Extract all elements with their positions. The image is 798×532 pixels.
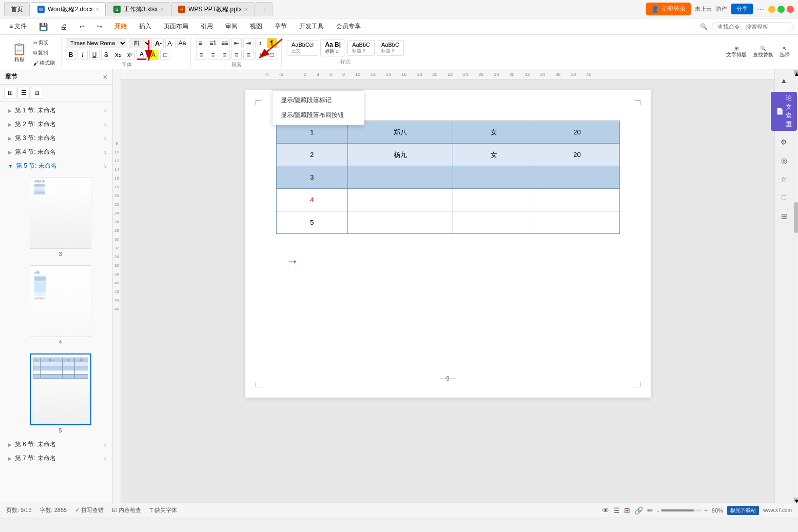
right-panel-btn-5[interactable]: □: [777, 190, 791, 205]
sidebar-nav-grid[interactable]: ⊟: [31, 87, 43, 99]
text-border-button[interactable]: □: [160, 50, 170, 60]
justify-button[interactable]: ≡: [231, 50, 242, 60]
tab-ppt[interactable]: P WPS PPT教程.pptx ×: [171, 2, 255, 16]
view-mode-btn-2[interactable]: ☰: [613, 506, 620, 515]
style-normal[interactable]: AaBbCcI 正文: [287, 40, 318, 56]
view-mode-btn-5[interactable]: ✏: [647, 506, 653, 515]
menu-view[interactable]: 视图: [245, 20, 267, 33]
sort-button[interactable]: ↕: [255, 38, 265, 48]
sidebar-nav-back[interactable]: ⊞: [4, 87, 16, 99]
ppt-tab-close[interactable]: ×: [245, 7, 248, 12]
content-check-status[interactable]: ☑ 内容检查: [112, 506, 141, 514]
maximize-button[interactable]: [777, 6, 785, 13]
menu-reference[interactable]: 引用: [196, 20, 218, 33]
word-tab-close[interactable]: ×: [96, 7, 99, 12]
show-para-marks-item[interactable]: 显示/隐藏段落标记: [273, 93, 364, 108]
font-missing-status[interactable]: T 缺失字体: [149, 506, 177, 514]
view-mode-btn-3[interactable]: ⊞: [624, 506, 630, 515]
menu-print-icon[interactable]: 🖨: [55, 21, 72, 33]
menu-dev[interactable]: 开发工具: [294, 20, 329, 33]
subscript-button[interactable]: x₂: [113, 50, 123, 60]
cell-3-1[interactable]: 3: [276, 166, 348, 189]
number-list-button[interactable]: ≡1: [208, 38, 218, 48]
chapter-5[interactable]: ▼ 第 5 节: 未命名 ∨: [0, 159, 112, 173]
italic-button[interactable]: I: [77, 50, 88, 60]
cell-1-4[interactable]: 20: [535, 121, 619, 144]
borders-button[interactable]: □: [267, 50, 277, 60]
document-table[interactable]: 1 郑八 女 20 2 杨九 女 20: [276, 121, 620, 234]
zoom-out-button[interactable]: -: [657, 507, 659, 514]
format-painter-button[interactable]: 🖌 格式刷: [31, 58, 57, 68]
select-button[interactable]: ↖ 选择: [777, 45, 792, 60]
view-mode-btn-4[interactable]: 🔗: [634, 506, 643, 515]
font-size-down-button[interactable]: A-: [165, 38, 176, 48]
menu-member[interactable]: 会员专享: [331, 20, 366, 33]
cell-5-4[interactable]: [535, 211, 619, 234]
text-format-button[interactable]: ⊞ 文字排版: [724, 45, 749, 60]
cell-2-4[interactable]: 20: [535, 144, 619, 166]
paste-button[interactable]: 📋 粘贴: [8, 42, 30, 64]
font-size-select[interactable]: 四: [129, 38, 152, 48]
share-button[interactable]: 分享: [731, 4, 753, 14]
scrollbar-up[interactable]: ▲: [794, 70, 798, 74]
highlight-button[interactable]: A: [148, 50, 159, 60]
align-right-button[interactable]: ≡: [220, 50, 230, 60]
menu-insert[interactable]: 插入: [134, 20, 157, 33]
bullet-list-button[interactable]: ≡·: [196, 38, 206, 48]
style-heading3[interactable]: AaBbC 标题 3: [377, 40, 404, 56]
style-heading2[interactable]: AaBbC 标题 2: [347, 40, 375, 56]
right-panel-btn-2[interactable]: ⚙: [777, 135, 791, 149]
underline-button[interactable]: U: [89, 50, 100, 60]
line-spacing-button[interactable]: ↕: [255, 50, 265, 60]
distributed-button[interactable]: ≡: [243, 50, 254, 60]
font-size-up-button[interactable]: A+: [153, 38, 164, 48]
cell-2-2[interactable]: 杨九: [348, 144, 453, 166]
copy-button[interactable]: ⧉ 复制: [31, 48, 57, 57]
menu-save-icon[interactable]: 💾: [34, 21, 53, 33]
tab-word[interactable]: W Word教程2.docx ×: [31, 2, 106, 16]
close-button[interactable]: [787, 6, 794, 13]
spell-check-status[interactable]: ✓ 拼写查错: [75, 506, 104, 514]
menu-file[interactable]: ≡ 文件: [4, 20, 32, 33]
right-panel-btn-3[interactable]: ◎: [777, 153, 791, 168]
cell-2-1[interactable]: 2: [276, 144, 348, 166]
chapter-6[interactable]: ▶ 第 6 节: 未命名 ∨: [0, 438, 112, 451]
cell-1-3[interactable]: 女: [453, 121, 535, 144]
show-hide-marks-button[interactable]: ¶: [267, 38, 277, 48]
cell-3-4[interactable]: [535, 166, 619, 189]
menu-review[interactable]: 审阅: [220, 20, 243, 33]
right-panel-collapse[interactable]: ▲: [777, 73, 791, 88]
sidebar-nav-list[interactable]: ☰: [17, 87, 30, 99]
cell-5-1[interactable]: 5: [276, 211, 348, 234]
cell-5-3[interactable]: [453, 211, 535, 234]
chapter-7[interactable]: ▶ 第 7 节: 未命名 ∨: [0, 451, 112, 465]
cell-3-2[interactable]: [348, 166, 453, 189]
cell-3-3[interactable]: [453, 166, 535, 189]
scrollbar-track[interactable]: [794, 76, 798, 496]
sidebar-close-button[interactable]: ×: [103, 73, 107, 81]
right-panel-btn-6[interactable]: ⊞: [777, 209, 791, 223]
strikethrough-button[interactable]: S: [101, 50, 111, 60]
show-layout-btn-item[interactable]: 显示/隐藏段落布局按钮: [273, 108, 364, 123]
align-left-button[interactable]: ≡: [196, 50, 206, 60]
style-heading1[interactable]: Aa B| 标题 1: [320, 40, 345, 56]
chapter-2[interactable]: ▶ 第 2 节: 未命名 ∨: [0, 117, 112, 131]
page-thumb-5[interactable]: 1 郑八 女 20: [0, 349, 112, 438]
multilevel-list-button[interactable]: ≡≡: [220, 38, 230, 48]
vertical-scrollbar[interactable]: ▲ ▼: [793, 69, 798, 503]
menu-layout[interactable]: 页面布局: [159, 20, 193, 33]
tab-home[interactable]: 首页: [4, 2, 30, 16]
chapter-3[interactable]: ▶ 第 3 节: 未命名 ∨: [0, 131, 112, 145]
view-mode-btn-1[interactable]: 👁: [602, 506, 609, 515]
add-tab-button[interactable]: +: [256, 2, 273, 16]
page-thumb-3[interactable]: 标题文字 3: [0, 173, 112, 261]
menu-start[interactable]: 开始: [109, 20, 132, 33]
superscript-button[interactable]: x²: [125, 50, 135, 60]
cut-button[interactable]: ✂ 剪切: [31, 38, 57, 47]
clear-format-button[interactable]: Aa: [177, 38, 187, 48]
search-input[interactable]: [712, 22, 794, 31]
more-icon[interactable]: ⋯: [757, 5, 764, 13]
paper-check-button[interactable]: 📄 论文查重: [771, 92, 797, 131]
bold-button[interactable]: B: [66, 50, 76, 60]
chapter-4[interactable]: ▶ 第 4 节: 未命名 ∨: [0, 145, 112, 159]
